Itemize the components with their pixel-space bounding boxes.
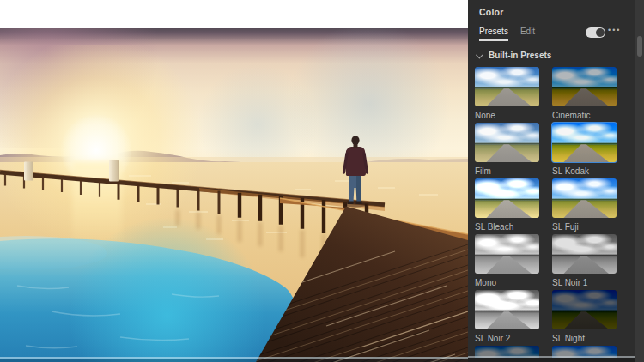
preset-cell-none: None	[475, 67, 539, 123]
panel-enable-toggle[interactable]	[586, 27, 605, 38]
preset-thumb-sl-bleach[interactable]	[475, 178, 539, 218]
preset-preview	[552, 123, 617, 162]
preset-preview	[475, 178, 539, 218]
toggle-knob	[596, 28, 605, 37]
preset-thumb-sl-fuji[interactable]	[552, 178, 617, 218]
preset-cell-sl-noir-1: SL Noir 1	[552, 234, 617, 290]
sunset-pier-photo	[0, 28, 468, 362]
preset-cell-sl-bleach: SL Bleach	[475, 178, 539, 234]
preset-label: SL Noir 1	[552, 278, 617, 287]
preset-preview	[552, 290, 617, 329]
preset-label: Film	[475, 166, 539, 176]
preset-cell-sl-noir-2: SL Noir 2	[475, 290, 539, 346]
preset-thumb-sl-night[interactable]	[552, 290, 617, 329]
section-label: Built-in Presets	[489, 51, 551, 60]
preset-cell-film: Film	[475, 123, 539, 178]
preset-label: SL Night	[552, 334, 617, 343]
preset-preview	[475, 290, 539, 329]
preset-preview	[475, 123, 539, 162]
preset-thumb-sl-kodak[interactable]	[552, 123, 617, 162]
preset-label: SL Fuji	[552, 222, 617, 232]
preset-preview	[552, 234, 617, 274]
preset-cell-sl-kodak: SL Kodak	[552, 123, 617, 178]
more-options-icon[interactable]: •••	[608, 26, 621, 34]
preset-cell-sl-night: SL Night	[552, 290, 617, 346]
preset-preview	[552, 67, 617, 106]
panel-tabs: Presets Edit	[479, 27, 535, 41]
preset-thumb-none[interactable]	[475, 67, 539, 106]
preset-thumb-film[interactable]	[475, 123, 539, 162]
preset-label: SL Bleach	[475, 222, 539, 232]
scrollbar-track[interactable]	[635, 0, 644, 362]
panel-bottom-strip	[468, 358, 644, 362]
tab-presets[interactable]: Presets	[479, 27, 508, 41]
preset-preview	[475, 234, 539, 274]
preset-cell-cinematic: Cinematic	[552, 67, 617, 123]
preset-label: SL Kodak	[552, 166, 617, 176]
preset-thumb-cinematic[interactable]	[552, 67, 617, 106]
tab-edit[interactable]: Edit	[520, 27, 535, 41]
preset-cell-mono: Mono	[475, 234, 539, 290]
preset-preview	[475, 67, 539, 106]
preset-grid: None Cinematic Film SL Kodak SL Bleach S…	[475, 67, 617, 362]
preset-thumb-mono[interactable]	[475, 234, 539, 274]
preset-thumb-sl-noir-1[interactable]	[552, 234, 617, 274]
preset-cell-sl-fuji: SL Fuji	[552, 178, 617, 234]
preset-label: Mono	[475, 278, 539, 287]
app-window: Color Presets Edit ••• Built-in Presets …	[0, 0, 644, 362]
photo-canvas	[0, 28, 468, 362]
preset-label: None	[475, 111, 539, 120]
chevron-down-icon	[476, 51, 483, 58]
builtin-presets-section-header[interactable]: Built-in Presets	[477, 51, 551, 60]
scrollbar-thumb[interactable]	[637, 36, 642, 57]
preset-thumb-sl-noir-2[interactable]	[475, 290, 539, 329]
panel-title: Color	[479, 7, 503, 17]
color-panel: Color Presets Edit ••• Built-in Presets …	[468, 0, 644, 362]
preset-label: SL Noir 2	[475, 334, 539, 343]
preset-label: Cinematic	[552, 111, 617, 120]
preset-preview	[552, 178, 617, 218]
